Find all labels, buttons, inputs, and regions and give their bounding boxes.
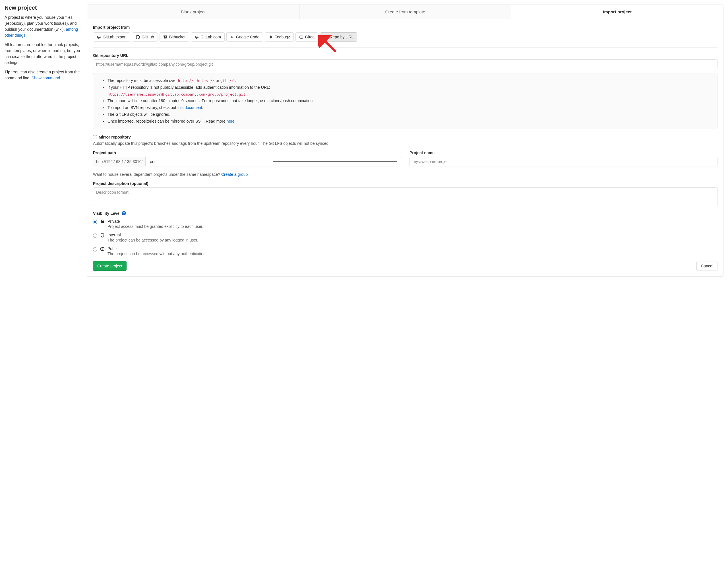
tab-content: Import project from GitLab export GitHub… bbox=[87, 19, 723, 277]
source-gitlab-export[interactable]: GitLab export bbox=[93, 32, 130, 42]
github-icon bbox=[136, 35, 140, 39]
visibility-internal-desc: The project can be accessed by any logge… bbox=[107, 238, 198, 242]
visibility-public-radio[interactable] bbox=[93, 247, 97, 251]
visibility-internal-radio[interactable] bbox=[93, 233, 97, 238]
source-fogbugz[interactable]: Fogbugz bbox=[265, 32, 293, 42]
actions-row: Create project Cancel bbox=[93, 261, 718, 271]
source-github[interactable]: GitHub bbox=[132, 32, 158, 42]
visibility-internal-title: Internal bbox=[107, 233, 198, 237]
tab-blank-project[interactable]: Blank project bbox=[87, 5, 300, 19]
mirror-doc-link[interactable]: here bbox=[227, 119, 235, 123]
create-group-link[interactable]: Create a group bbox=[221, 172, 248, 177]
visibility-public-desc: The project can be accessed without any … bbox=[107, 251, 207, 256]
source-bitbucket[interactable]: Bitbucket bbox=[159, 32, 189, 42]
visibility-internal-row: Internal The project can be accessed by … bbox=[93, 233, 718, 242]
source-gitlab-com[interactable]: GitLab.com bbox=[191, 32, 225, 42]
google-icon: G bbox=[230, 35, 234, 39]
tab-create-from-template[interactable]: Create from template bbox=[300, 5, 512, 19]
sidebar-desc-1: A project is where you house your files … bbox=[4, 15, 80, 39]
path-prefix: http://192.168.1.135:3010/ bbox=[93, 157, 145, 167]
svg-point-2 bbox=[302, 37, 302, 37]
gitea-icon bbox=[299, 35, 304, 39]
namespace-hint: Want to house several dependent projects… bbox=[93, 172, 718, 177]
git-url-label: Git repository URL bbox=[93, 53, 718, 58]
visibility-private-row: Private Project access must be granted e… bbox=[93, 219, 718, 229]
import-sources: GitLab export GitHub Bitbucket GitLab.co… bbox=[93, 32, 718, 42]
project-path-group: Project path http://192.168.1.135:3010/ … bbox=[93, 150, 401, 167]
chevron-down-icon bbox=[272, 161, 398, 162]
description-label: Project description (optional) bbox=[93, 181, 718, 186]
main-panel: Blank project Create from template Impor… bbox=[87, 4, 724, 277]
project-name-input[interactable] bbox=[410, 157, 718, 167]
visibility-private-radio[interactable] bbox=[93, 220, 97, 224]
gitlab-icon bbox=[97, 35, 101, 39]
visibility-public-row: Public The project can be accessed witho… bbox=[93, 246, 718, 256]
mirror-label[interactable]: Mirror repository bbox=[99, 135, 131, 140]
mirror-checkbox-row: Mirror repository bbox=[93, 135, 718, 140]
lock-icon bbox=[100, 219, 105, 224]
project-path-label: Project path bbox=[93, 150, 401, 155]
svn-doc-link[interactable]: this document bbox=[178, 105, 202, 110]
cancel-button[interactable]: Cancel bbox=[697, 261, 718, 271]
git-url-group: Git repository URL bbox=[93, 53, 718, 69]
import-from-label: Import project from bbox=[93, 25, 718, 30]
help-item: The Git LFS objects will be ignored. bbox=[107, 111, 712, 118]
namespace-value: root bbox=[149, 159, 272, 164]
source-repo-by-url[interactable]: git Repo by URL bbox=[320, 32, 357, 42]
visibility-label: Visibility Level ? bbox=[93, 211, 718, 216]
namespace-select[interactable]: root bbox=[145, 157, 401, 167]
bug-icon bbox=[268, 35, 273, 39]
sidebar: New project A project is where you house… bbox=[4, 4, 87, 277]
help-item: If your HTTP repository is not publicly … bbox=[107, 84, 712, 98]
tabs: Blank project Create from template Impor… bbox=[87, 5, 723, 19]
source-google-code[interactable]: G Google Code bbox=[226, 32, 263, 42]
create-project-button[interactable]: Create project bbox=[93, 261, 127, 271]
visibility-private-desc: Project access must be granted explicitl… bbox=[107, 224, 203, 229]
svg-point-0 bbox=[270, 36, 271, 38]
svg-point-1 bbox=[301, 37, 301, 37]
visibility-private-title: Private bbox=[107, 219, 203, 224]
help-item: Once imported, repositories can be mirro… bbox=[107, 118, 712, 125]
project-name-label: Project name bbox=[410, 150, 718, 155]
mirror-desc: Automatically update this project's bran… bbox=[93, 141, 718, 147]
sidebar-desc-3: Tip: You can also create a project from … bbox=[4, 69, 80, 81]
help-icon[interactable]: ? bbox=[122, 211, 126, 215]
help-item: To import an SVN repository, check out t… bbox=[107, 104, 712, 111]
tab-import-project[interactable]: Import project bbox=[511, 5, 723, 19]
description-group: Project description (optional) bbox=[93, 181, 718, 207]
help-box: The repository must be accessible over h… bbox=[93, 73, 718, 129]
mirror-checkbox[interactable] bbox=[93, 135, 97, 139]
sidebar-desc-2: All features are enabled for blank proje… bbox=[4, 42, 80, 66]
show-command-link[interactable]: Show command bbox=[31, 76, 60, 80]
gitlab-icon bbox=[194, 35, 199, 39]
project-name-group: Project name bbox=[410, 150, 718, 167]
shield-icon bbox=[100, 233, 105, 237]
divider bbox=[93, 47, 718, 48]
source-gitea[interactable]: Gitea bbox=[295, 32, 318, 42]
visibility-public-title: Public bbox=[107, 246, 207, 251]
bitbucket-icon bbox=[163, 35, 167, 39]
help-item: The repository must be accessible over h… bbox=[107, 77, 712, 84]
git-url-input[interactable] bbox=[93, 59, 718, 69]
git-icon: git bbox=[323, 35, 328, 39]
description-input[interactable] bbox=[93, 187, 718, 206]
page-title: New project bbox=[4, 4, 80, 11]
help-item: The import will time out after 180 minut… bbox=[107, 98, 712, 104]
globe-icon bbox=[100, 247, 105, 251]
